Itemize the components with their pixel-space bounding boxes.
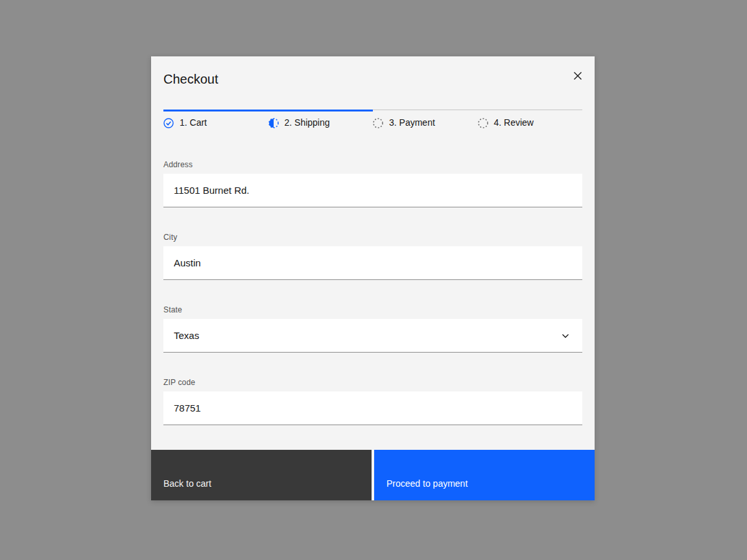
shipping-form: Address City State Texas ZIP code (151, 128, 595, 450)
step-label: 1. Cart (180, 117, 207, 128)
modal-header: Checkout (151, 56, 595, 88)
modal-title: Checkout (163, 71, 582, 88)
step-current-icon (268, 118, 279, 128)
progress-fill (163, 110, 373, 111)
step-label: 2. Shipping (285, 117, 330, 128)
step-indicator: 1. Cart 2. Shipping 3. Payment (163, 117, 582, 128)
address-label: Address (163, 159, 582, 170)
close-icon (573, 71, 582, 80)
progress-bar (163, 110, 582, 111)
city-field-group: City (163, 232, 582, 280)
step-complete-icon (163, 118, 174, 128)
address-field-group: Address (163, 159, 582, 207)
zip-field-group: ZIP code (163, 377, 582, 425)
step-shipping[interactable]: 2. Shipping (268, 117, 374, 128)
city-label: City (163, 232, 582, 242)
step-cart[interactable]: 1. Cart (163, 117, 268, 128)
step-incomplete-icon (373, 118, 383, 128)
checkout-modal: Checkout 1. Cart (151, 56, 595, 500)
step-review[interactable]: 4. Review (478, 117, 583, 128)
step-payment[interactable]: 3. Payment (373, 117, 478, 128)
state-field-group: State Texas (163, 305, 582, 353)
step-incomplete-icon (478, 118, 488, 128)
step-label: 4. Review (494, 117, 534, 128)
address-input[interactable] (163, 174, 582, 207)
state-select-value: Texas (174, 330, 199, 341)
back-to-cart-button[interactable]: Back to cart (151, 450, 372, 500)
chevron-down-icon (560, 331, 571, 341)
step-label: 3. Payment (389, 117, 435, 128)
state-select[interactable]: Texas (163, 319, 582, 353)
zip-input[interactable] (163, 391, 582, 425)
close-button[interactable] (565, 63, 591, 89)
zip-label: ZIP code (163, 377, 582, 388)
modal-footer: Back to cart Proceed to payment (151, 450, 595, 500)
city-input[interactable] (163, 246, 582, 280)
state-label: State (163, 305, 582, 315)
proceed-to-payment-button[interactable]: Proceed to payment (374, 450, 595, 500)
